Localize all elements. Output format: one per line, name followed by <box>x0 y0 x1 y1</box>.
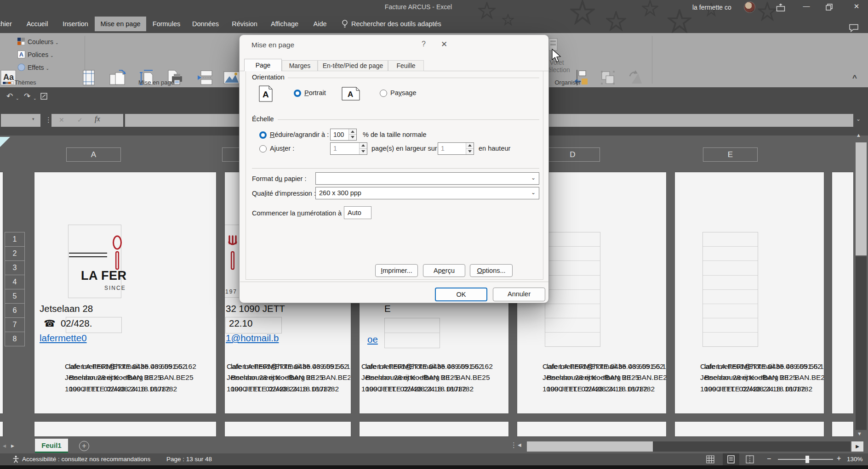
row-header[interactable]: 1 <box>5 232 25 247</box>
tab-donnees[interactable]: Données <box>188 17 223 31</box>
apercu-button[interactable]: Aperçu <box>423 264 465 277</box>
portrait-label[interactable]: Portrait <box>304 89 326 96</box>
cell-address-p3[interactable]: E <box>384 303 391 314</box>
avatar[interactable] <box>744 1 755 13</box>
name-box-caret-icon[interactable]: ▾ <box>32 117 34 121</box>
column-header-e[interactable]: E <box>703 147 758 162</box>
reduire-spinbox[interactable]: 100 <box>330 129 357 141</box>
cell-link-p1[interactable]: lafermette0 <box>40 333 87 344</box>
view-page-break-button[interactable] <box>746 455 754 463</box>
view-page-layout-button-active[interactable] <box>723 453 739 465</box>
ajuster-label[interactable]: Ajuster : <box>270 145 294 152</box>
dialog-tab-marges[interactable]: Marges <box>282 60 318 71</box>
dialog-help-button[interactable]: ? <box>422 40 426 48</box>
tab-aide[interactable]: Aide <box>309 17 331 31</box>
restore-button[interactable] <box>826 4 833 11</box>
effects-button[interactable]: Effets ⌄ <box>28 64 49 72</box>
row-header[interactable]: 8 <box>5 332 25 346</box>
reduire-radio[interactable] <box>259 131 267 139</box>
accessibility-status[interactable]: Accessibilité : consultez nos recommanda… <box>22 456 150 463</box>
tab-scroll-dots-icon[interactable]: ⋮ <box>510 441 517 449</box>
row-header[interactable]: 6 <box>5 303 25 318</box>
sheet-tab-feuil1[interactable]: Feuil1 <box>35 439 68 453</box>
ok-button[interactable]: OK <box>435 288 487 301</box>
column-header-d[interactable]: D <box>545 147 600 162</box>
pages-width-spinbox[interactable]: 1 <box>330 142 367 155</box>
fonts-button[interactable]: Polices ⌄ <box>28 51 54 59</box>
spinner-buttons[interactable] <box>359 143 367 154</box>
chevron-down-icon[interactable]: ⌄ <box>16 94 19 103</box>
comments-icon[interactable] <box>849 24 859 32</box>
hscroll-left-button[interactable]: ◀ <box>518 442 521 447</box>
confirm-entry-icon[interactable]: ✓ <box>77 116 83 124</box>
search-tools-input[interactable]: Rechercher des outils adaptés <box>351 17 448 31</box>
formula-bar-dots-icon[interactable]: ⋮ <box>45 116 52 124</box>
tab-fichier[interactable]: chier <box>0 17 17 31</box>
dialog-tab-page[interactable]: Page <box>244 59 282 71</box>
colors-button[interactable]: Couleurs ⌄ <box>28 38 58 46</box>
cell-link-p2[interactable]: 1@hotmail.b <box>226 333 279 344</box>
cancel-entry-icon[interactable]: ✕ <box>59 116 64 124</box>
customize-qat-icon[interactable] <box>40 93 47 100</box>
cell-address-p2[interactable]: 32 1090 JETT <box>226 303 285 314</box>
insert-function-icon[interactable]: fx <box>95 115 100 123</box>
row-header[interactable]: 5 <box>5 289 25 304</box>
vscroll-thumb[interactable] <box>856 142 867 255</box>
dialog-tab-entete[interactable]: En-tête/Pied de page <box>318 60 388 71</box>
row-header[interactable]: 7 <box>5 317 25 332</box>
select-all-corner[interactable] <box>0 137 10 147</box>
imprimer-button[interactable]: Imprimer... <box>375 264 418 277</box>
cell-address-p1[interactable]: Jetselaan 28 <box>40 303 93 314</box>
row-header[interactable]: 4 <box>5 275 25 289</box>
paysage-radio[interactable] <box>380 90 387 97</box>
zoom-level[interactable]: 130% <box>847 456 863 463</box>
redo-button[interactable]: ↷ <box>24 92 30 101</box>
spinner-buttons[interactable] <box>466 143 474 154</box>
cell-link-p3[interactable]: oe <box>367 334 378 345</box>
pages-height-spinbox[interactable]: 1 <box>438 142 474 155</box>
row-header[interactable]: 3 <box>5 260 25 275</box>
hscroll-track[interactable] <box>653 441 851 452</box>
name-box[interactable] <box>1 114 40 127</box>
tab-affichage[interactable]: Affichage <box>267 17 303 31</box>
zoom-out-button[interactable]: − <box>767 455 771 463</box>
dialog-tab-feuille[interactable]: Feuille <box>388 60 424 71</box>
hscroll-right-button[interactable]: ▶ <box>851 441 863 452</box>
ajuster-radio[interactable] <box>259 145 267 153</box>
hscroll-thumb[interactable] <box>527 441 653 452</box>
cell-phone-p1[interactable]: ☎ 02/428. <box>44 318 92 329</box>
vscroll-up-button[interactable]: ▲ <box>856 132 861 138</box>
account-name[interactable]: la fermette co <box>692 4 731 11</box>
portrait-radio[interactable] <box>294 90 301 97</box>
zoom-slider-thumb[interactable] <box>805 456 809 463</box>
collapse-ribbon-button[interactable]: ^ <box>852 73 857 83</box>
zoom-in-button[interactable]: + <box>837 454 841 463</box>
chevron-down-icon[interactable]: ⌄ <box>33 94 37 103</box>
tab-accueil[interactable]: Accueil <box>23 17 51 31</box>
spinner-buttons[interactable] <box>348 129 356 140</box>
add-sheet-button[interactable]: + <box>79 441 89 451</box>
tab-revision[interactable]: Révision <box>228 17 261 31</box>
close-button[interactable]: ✕ <box>849 2 864 11</box>
formula-bar-expand-icon[interactable]: ⌄ <box>856 116 861 122</box>
annuler-button[interactable]: Annuler <box>493 288 545 301</box>
ribbon-display-options-icon[interactable] <box>776 4 785 12</box>
sheet-nav-prev-icon[interactable]: ◂ <box>3 442 6 449</box>
minimize-button[interactable]: — <box>799 2 814 10</box>
cell-phone-p2[interactable]: 22.10 <box>229 318 252 329</box>
vscroll-down-button[interactable]: ▼ <box>857 431 862 436</box>
dialog-close-button[interactable]: ✕ <box>441 40 447 49</box>
undo-button[interactable]: ↶ <box>6 92 13 101</box>
vscroll-track[interactable] <box>856 256 867 430</box>
tab-formules[interactable]: Formules <box>150 17 183 31</box>
options-button[interactable]: Options... <box>470 264 513 277</box>
paysage-label[interactable]: Paysage <box>390 89 416 96</box>
tab-insertion[interactable]: Insertion <box>58 17 93 31</box>
numerotation-input[interactable]: Auto <box>344 206 371 219</box>
format-papier-combo[interactable]: ⌄ <box>315 172 539 185</box>
view-normal-button[interactable] <box>706 455 714 463</box>
sheet-nav-next-icon[interactable]: ▸ <box>11 442 14 449</box>
qualite-combo[interactable]: 260 x 300 ppp⌄ <box>315 187 539 199</box>
reduire-label[interactable]: Réduire/agrandir à : <box>270 131 329 138</box>
tab-mise-en-page[interactable]: Mise en page <box>95 17 146 31</box>
